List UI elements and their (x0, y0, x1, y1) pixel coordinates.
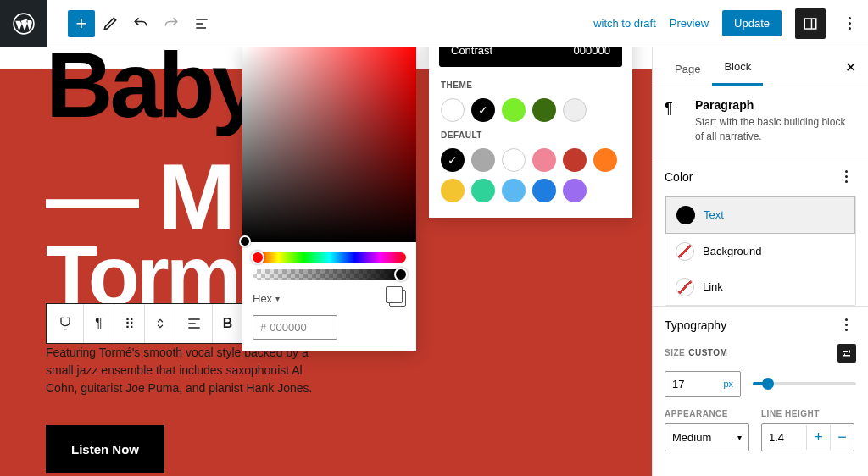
tab-block[interactable]: Block (712, 50, 763, 86)
block-info: ¶ Paragraph Start with the basic buildin… (653, 86, 868, 158)
close-icon[interactable]: ✕ (833, 49, 868, 86)
default-swatch[interactable] (532, 179, 556, 202)
cover-title-black[interactable]: Baby (46, 47, 260, 130)
appearance-select[interactable]: Medium ▾ (665, 423, 749, 451)
lh-increment-button[interactable]: + (806, 425, 830, 450)
color-options-icon[interactable] (836, 170, 856, 183)
svg-rect-1 (804, 19, 816, 29)
view-settings-icon[interactable] (795, 8, 826, 39)
drag-icon[interactable]: ⠿ (114, 304, 145, 343)
color-item-text[interactable]: Text (665, 196, 855, 234)
theme-swatch[interactable]: ✓ (471, 98, 495, 122)
theme-swatch[interactable] (441, 98, 465, 122)
update-button[interactable]: Update (722, 10, 782, 36)
chevron-down-icon: ▾ (737, 433, 742, 442)
settings-sidebar: Page Block ✕ ¶ Paragraph Start with the … (652, 47, 868, 476)
format-label[interactable]: Hex (253, 292, 272, 305)
tab-page[interactable]: Page (663, 53, 712, 86)
undo-icon[interactable] (125, 8, 156, 39)
link-color-swatch (676, 278, 694, 296)
more-options-icon[interactable] (839, 17, 860, 30)
theme-swatch[interactable] (563, 98, 587, 122)
default-section-label: DEFAULT (429, 127, 632, 143)
align-icon[interactable] (175, 304, 213, 343)
default-swatch[interactable] (502, 148, 526, 172)
alpha-slider[interactable] (253, 269, 406, 280)
contrast-value: 000000 (574, 47, 610, 57)
lineheight-input[interactable]: 1.4 + − (761, 423, 854, 451)
color-presets-popup: Contrast 000000 THEME ✓ DEFAULT ✓ (429, 47, 632, 218)
size-settings-icon[interactable] (837, 344, 856, 363)
block-type-icon[interactable] (47, 304, 84, 343)
add-block-button[interactable]: + (68, 10, 95, 37)
paragraph-text[interactable]: Featuring Tormé's smooth vocal style bac… (46, 344, 317, 397)
redo-icon[interactable] (156, 8, 186, 39)
theme-swatches: ✓ (429, 93, 632, 127)
color-picker-popup: Hex ▾ #000000 (242, 47, 416, 351)
default-swatches: ✓ (429, 143, 632, 208)
color-item-background[interactable]: Background (665, 234, 855, 269)
default-swatch[interactable] (502, 179, 526, 202)
move-icon[interactable] (145, 304, 175, 343)
lineheight-label: LINE HEIGHT (761, 409, 854, 418)
switch-draft-link[interactable]: witch to draft (593, 17, 656, 30)
default-swatch[interactable] (441, 179, 465, 202)
bold-icon[interactable]: B (213, 304, 243, 343)
default-swatch[interactable] (563, 148, 587, 172)
hex-input[interactable]: #000000 (253, 315, 337, 340)
default-swatch[interactable] (593, 148, 617, 172)
default-swatch[interactable] (471, 179, 495, 202)
color-panel-head[interactable]: Color (653, 158, 868, 196)
font-size-slider[interactable] (753, 382, 856, 385)
contrast-label: Contrast (451, 47, 492, 57)
text-color-swatch (676, 206, 695, 224)
listen-now-button[interactable]: Listen Now (46, 425, 164, 473)
typography-panel-head[interactable]: Typography (653, 306, 868, 344)
default-swatch[interactable] (532, 148, 556, 172)
alpha-cursor[interactable] (394, 268, 408, 281)
wordpress-logo[interactable] (0, 0, 47, 47)
slider-thumb[interactable] (762, 378, 774, 390)
color-item-link[interactable]: Link (665, 269, 855, 305)
default-swatch[interactable]: ✓ (441, 148, 465, 172)
block-toolbar: ¶ ⠿ B (46, 303, 244, 344)
font-size-input[interactable]: 17 px (665, 371, 741, 397)
size-row: 17 px (653, 363, 868, 406)
typo-options-icon[interactable] (836, 318, 856, 331)
edit-mode-icon[interactable] (95, 8, 125, 39)
size-label-row: SIZE CUSTOM (653, 344, 868, 363)
saturation-cursor[interactable] (239, 235, 251, 247)
editor-topbar: + witch to draft Preview Update (0, 0, 868, 47)
paragraph-icon: ¶ (665, 98, 685, 144)
appearance-label: APPEARANCE (665, 409, 749, 418)
block-title: Paragraph (695, 98, 856, 112)
preview-link[interactable]: Preview (670, 17, 709, 30)
contrast-preview: Contrast 000000 (439, 47, 622, 67)
default-swatch[interactable] (563, 179, 587, 202)
paragraph-icon[interactable]: ¶ (84, 304, 114, 343)
lh-decrement-button[interactable]: − (830, 425, 854, 450)
document-outline-icon[interactable] (186, 8, 217, 39)
copy-icon[interactable] (389, 290, 406, 307)
saturation-area[interactable] (242, 47, 416, 242)
hue-slider[interactable] (253, 252, 406, 263)
default-swatch[interactable] (471, 148, 495, 172)
theme-swatch[interactable] (502, 98, 526, 122)
theme-swatch[interactable] (532, 98, 556, 122)
hue-cursor[interactable] (251, 251, 264, 264)
sidebar-tabs: Page Block ✕ (653, 47, 868, 86)
chevron-down-icon[interactable]: ▾ (275, 294, 280, 303)
block-description: Start with the basic building block of a… (695, 115, 856, 144)
theme-section-label: THEME (429, 77, 632, 93)
color-section: Text Background Link (665, 196, 856, 306)
bg-color-swatch (676, 242, 694, 261)
editor-canvas[interactable]: Baby — M Torm ¶ ⠿ B Featuring Tormé's sm… (0, 47, 652, 476)
